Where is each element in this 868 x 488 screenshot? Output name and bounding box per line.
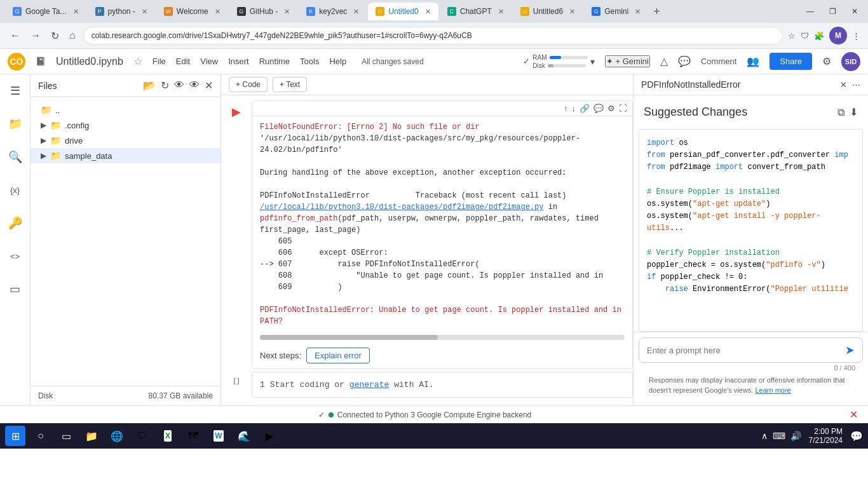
reload-button[interactable]: ↻: [48, 27, 62, 44]
tab-github[interactable]: G GitHub - ✕: [229, 3, 298, 20]
ai-panel-more-button[interactable]: ⋯: [852, 80, 860, 90]
back-button[interactable]: ←: [8, 27, 23, 44]
file-item-config[interactable]: ▶ 📁 .config: [31, 118, 220, 133]
tab-close-gemini[interactable]: ✕: [635, 8, 641, 16]
close-button[interactable]: ✕: [846, 6, 863, 17]
menu-help[interactable]: Help: [329, 57, 346, 66]
sidebar-icon-terminal[interactable]: ▭: [4, 278, 27, 301]
new-tab-button[interactable]: +: [649, 5, 664, 18]
extension-icon[interactable]: 🧩: [814, 31, 824, 41]
tab-close-welcome[interactable]: ✕: [215, 8, 220, 16]
user-avatar[interactable]: SID: [841, 52, 860, 71]
taskbar-excel[interactable]: X: [158, 426, 178, 446]
tab-close-google[interactable]: ✕: [73, 8, 79, 16]
menu-file[interactable]: File: [153, 57, 166, 66]
taskbar-taskview[interactable]: ▭: [56, 426, 76, 446]
menu-runtime[interactable]: Runtime: [259, 57, 290, 66]
scroll-up-icon[interactable]: ↑: [564, 104, 568, 113]
link-icon[interactable]: 🔗: [580, 104, 590, 113]
taskbar-maps[interactable]: 🗺: [183, 426, 203, 446]
scrollbar-area[interactable]: [252, 332, 632, 342]
tray-up-icon[interactable]: ∧: [761, 431, 768, 441]
taskbar-start[interactable]: ⊞: [5, 426, 25, 446]
scroll-down-icon[interactable]: ↓: [572, 104, 576, 113]
menu-edit[interactable]: Edit: [176, 57, 190, 66]
insert-code-button[interactable]: ⬇: [850, 106, 858, 118]
tab-welcome[interactable]: W Welcome ✕: [156, 3, 228, 20]
sidebar-icon-secrets[interactable]: 🔑: [4, 212, 27, 234]
sidebar-icon-code[interactable]: <>: [4, 245, 27, 268]
menu-tools[interactable]: Tools: [300, 57, 319, 66]
refresh-icon[interactable]: ↻: [161, 79, 169, 92]
file-item-drive[interactable]: ▶ 📁 drive: [31, 133, 220, 148]
scrollbar-thumb[interactable]: [260, 335, 438, 340]
tab-key2vec[interactable]: K key2vec ✕: [299, 3, 367, 20]
star-icon[interactable]: ☆: [788, 31, 796, 41]
add-code-button[interactable]: + Code: [229, 77, 268, 92]
tab-close-github[interactable]: ✕: [284, 8, 290, 16]
taskbar-shield[interactable]: 🛡: [132, 426, 153, 446]
sidebar-icon-menu[interactable]: ☰: [4, 79, 27, 102]
comment-label[interactable]: Comment: [701, 57, 736, 66]
ai-panel-close-button[interactable]: ✕: [840, 80, 847, 90]
taskbar-search[interactable]: ○: [31, 426, 51, 446]
taskbar-chrome[interactable]: 🌐: [107, 426, 127, 446]
tab-gemini[interactable]: G Gemini ✕: [584, 3, 648, 20]
fullscreen-icon[interactable]: ⛶: [619, 104, 627, 113]
tab-close-chatgpt[interactable]: ✕: [498, 8, 504, 16]
menu-view[interactable]: View: [200, 57, 218, 66]
new-folder-icon[interactable]: 📂: [143, 79, 156, 92]
tab-close-untitled6[interactable]: ✕: [569, 8, 575, 16]
tab-python[interactable]: P python - ✕: [88, 3, 155, 20]
settings-icon[interactable]: ⚙: [822, 55, 831, 67]
close-status-button[interactable]: ✕: [850, 409, 858, 421]
taskbar-explorer[interactable]: 📁: [81, 426, 102, 446]
traceback-link[interactable]: /usr/local/lib/python3.10/dist-packages/…: [260, 203, 543, 212]
volume-icon[interactable]: 🔊: [790, 431, 801, 441]
eye-icon[interactable]: 👁: [189, 79, 200, 92]
tab-untitled6[interactable]: U Untitled6 ✕: [513, 3, 583, 20]
taskbar-media[interactable]: ▶: [259, 426, 280, 446]
prompt-input[interactable]: [647, 346, 840, 355]
sidebar-icon-variables[interactable]: {x}: [4, 179, 27, 201]
sidebar-icon-files[interactable]: 📁: [4, 112, 27, 135]
expand-compute-icon[interactable]: ▾: [590, 57, 595, 67]
close-panel-icon[interactable]: ✕: [205, 79, 213, 92]
sidebar-icon-search[interactable]: 🔍: [4, 146, 27, 168]
star-notebook-icon[interactable]: ☆: [133, 55, 142, 67]
share-button[interactable]: Share: [770, 53, 812, 70]
address-input[interactable]: [83, 27, 783, 44]
learn-more-link[interactable]: Learn more: [755, 386, 790, 394]
run-button-1[interactable]: ▶: [227, 103, 245, 121]
send-prompt-button[interactable]: ➤: [845, 343, 855, 357]
tab-google[interactable]: G Google Ta... ✕: [5, 3, 86, 20]
tab-chatgpt[interactable]: C ChatGPT ✕: [440, 3, 512, 20]
tab-untitled0[interactable]: U Untitled0 ✕: [368, 3, 438, 20]
minimize-button[interactable]: —: [801, 6, 819, 17]
tab-close-key2vec[interactable]: ✕: [353, 8, 359, 16]
maximize-button[interactable]: ❐: [824, 6, 841, 17]
explain-error-button[interactable]: Explain error: [306, 348, 370, 363]
notifications-icon[interactable]: 💬: [850, 430, 863, 442]
taskbar-word[interactable]: W: [208, 426, 229, 446]
profile-avatar[interactable]: M: [829, 27, 847, 44]
hide-hidden-icon[interactable]: 👁: [174, 79, 184, 92]
cell-content-2[interactable]: 1 Start coding or generate with AI.: [252, 372, 633, 398]
tab-close-untitled0[interactable]: ✕: [425, 8, 431, 16]
menu-insert[interactable]: Insert: [228, 57, 249, 66]
tab-close-python[interactable]: ✕: [142, 8, 147, 16]
menu-dots-icon[interactable]: ⋮: [852, 31, 860, 41]
generate-link[interactable]: generate: [349, 380, 389, 390]
forward-button[interactable]: →: [28, 27, 43, 44]
comment-output-icon[interactable]: 💬: [593, 104, 604, 113]
add-text-button[interactable]: + Text: [273, 77, 307, 92]
collapse-button[interactable]: △: [660, 55, 668, 67]
home-button[interactable]: ⌂: [67, 27, 78, 44]
keyboard-icon[interactable]: ⌨: [773, 431, 785, 441]
comment-icon[interactable]: 💬: [678, 55, 691, 67]
gemini-button[interactable]: ✦ + Gemini: [605, 55, 650, 67]
horizontal-scrollbar[interactable]: [260, 335, 625, 340]
settings-output-icon[interactable]: ⚙: [607, 104, 615, 113]
notebook-title[interactable]: Untitled0.ipynb: [56, 56, 123, 67]
file-item-dotdot[interactable]: 📁 ..: [31, 102, 220, 118]
